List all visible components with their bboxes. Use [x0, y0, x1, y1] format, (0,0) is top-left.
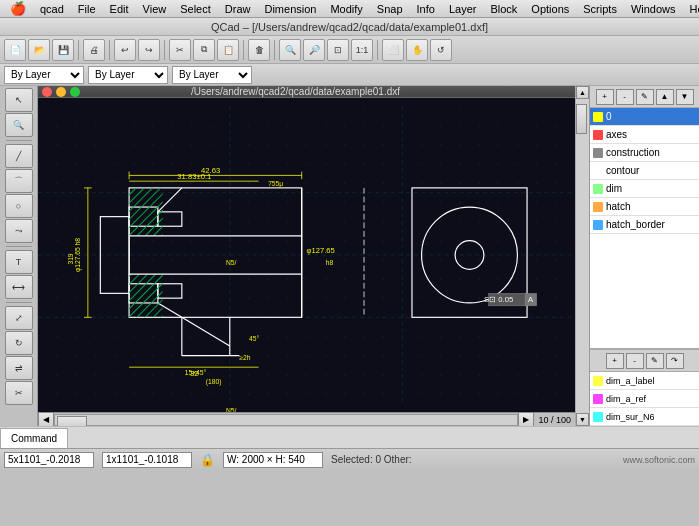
command-tab[interactable]: Command [0, 428, 68, 448]
menu-edit[interactable]: Edit [104, 3, 135, 15]
layer-color-dim-a-label [593, 376, 603, 386]
left-tool-panel: ↖ 🔍 ╱ ⌒ ○ ⤳ T ⟷ ⤢ ↻ ⇌ ✂ [0, 86, 38, 426]
minimize-button[interactable] [56, 87, 66, 97]
circle-tool[interactable]: ○ [5, 194, 33, 218]
menu-scripts[interactable]: Scripts [577, 3, 623, 15]
layer-list-top: 0 axes construction contour dim hatch [590, 108, 699, 348]
rotate-tool[interactable]: ↻ [5, 331, 33, 355]
layer-up-button[interactable]: ▲ [656, 89, 674, 105]
layer-item-dim[interactable]: dim [590, 180, 699, 198]
menu-modify[interactable]: Modify [324, 3, 368, 15]
layer-row: By Layer By Layer By Layer [0, 64, 699, 86]
layer-item-contour[interactable]: contour [590, 162, 699, 180]
scroll-up-button[interactable]: ▲ [576, 86, 589, 99]
layer-item-construction[interactable]: construction [590, 144, 699, 162]
apple-menu[interactable]: 🍎 [4, 1, 32, 16]
drawing-canvas-container[interactable]: /Users/andrew/qcad2/qcad/data/example01.… [38, 86, 575, 426]
menu-file[interactable]: File [72, 3, 102, 15]
layer-delete-button[interactable]: - [616, 89, 634, 105]
layer-toolbar-bottom: + - ✎ ↷ [590, 350, 699, 372]
select-tool[interactable]: ↖ [5, 88, 33, 112]
menu-layer[interactable]: Layer [443, 3, 483, 15]
layer-edit-button[interactable]: ✎ [636, 89, 654, 105]
arc-tool[interactable]: ⌒ [5, 169, 33, 193]
zoom-fit-button[interactable]: ⊡ [327, 39, 349, 61]
layer-name-dim-a-ref: dim_a_ref [606, 394, 646, 404]
layer-item-dim-sur-n6[interactable]: dim_sur_N6 [590, 408, 699, 426]
layer-item-hatch[interactable]: hatch [590, 198, 699, 216]
scroll-down-button[interactable]: ▼ [576, 413, 589, 426]
menu-draw[interactable]: Draw [219, 3, 257, 15]
coord-y-field[interactable] [102, 452, 192, 468]
line-tool[interactable]: ╱ [5, 144, 33, 168]
svg-text:0.05: 0.05 [498, 295, 513, 304]
zoom-1-button[interactable]: 1:1 [351, 39, 373, 61]
linewidth-select[interactable]: By Layer [172, 66, 252, 84]
zoom-pan-tool[interactable]: 🔍 [5, 113, 33, 137]
menu-info[interactable]: Info [411, 3, 441, 15]
menu-snap[interactable]: Snap [371, 3, 409, 15]
dim-tool[interactable]: ⟷ [5, 275, 33, 299]
layer-item-dim-a-ref[interactable]: dim_a_ref [590, 390, 699, 408]
new-button[interactable]: 📄 [4, 39, 26, 61]
save-button[interactable]: 💾 [52, 39, 74, 61]
zoom-out-button[interactable]: 🔎 [303, 39, 325, 61]
layer-item-hatch-border[interactable]: hatch_border [590, 216, 699, 234]
menu-options[interactable]: Options [525, 3, 575, 15]
move-tool[interactable]: ⤢ [5, 306, 33, 330]
menu-dimension[interactable]: Dimension [258, 3, 322, 15]
polyline-tool[interactable]: ⤳ [5, 219, 33, 243]
copy-button[interactable]: ⧉ [193, 39, 215, 61]
layer-item-axes[interactable]: axes [590, 126, 699, 144]
v-scroll-thumb[interactable] [576, 104, 587, 134]
menu-windows[interactable]: Windows [625, 3, 682, 15]
toolbar-sep2 [109, 40, 110, 60]
left-sep3 [6, 302, 32, 303]
paste-button[interactable]: 📋 [217, 39, 239, 61]
coord-x-field[interactable] [4, 452, 94, 468]
maximize-button[interactable] [70, 87, 80, 97]
block-edit-button[interactable]: ✎ [646, 353, 664, 369]
close-button[interactable] [42, 87, 52, 97]
menu-help[interactable]: Help [684, 3, 699, 15]
block-delete-button[interactable]: - [626, 353, 644, 369]
menu-view[interactable]: View [137, 3, 173, 15]
redraw-button[interactable]: ↺ [430, 39, 452, 61]
scroll-right-button[interactable]: ▶ [518, 412, 534, 427]
layer-item-0[interactable]: 0 [590, 108, 699, 126]
zoom-window-button[interactable]: ⬜ [382, 39, 404, 61]
layer-down-button[interactable]: ▼ [676, 89, 694, 105]
zoom-in-button[interactable]: 🔍 [279, 39, 301, 61]
menu-block[interactable]: Block [484, 3, 523, 15]
block-arrow-button[interactable]: ↷ [666, 353, 684, 369]
v-scroll-track[interactable] [576, 99, 589, 413]
layer-item-dim-a-label[interactable]: dim_a_label [590, 372, 699, 390]
cut-button[interactable]: ✂ [169, 39, 191, 61]
open-button[interactable]: 📂 [28, 39, 50, 61]
undo-button[interactable]: ↩ [114, 39, 136, 61]
layer-add-button[interactable]: + [596, 89, 614, 105]
drawing-svg[interactable]: 42.63 31.83±0.1 φ127.65 h8 φ127.65 h8 A … [38, 98, 575, 412]
app-titlebar: QCad – [/Users/andrew/qcad2/qcad/data/ex… [0, 18, 699, 36]
v-scrollbar[interactable]: ▲ ▼ [575, 86, 589, 426]
svg-text:φ127.65 h8: φ127.65 h8 [74, 238, 82, 272]
h-scroll-track[interactable] [54, 414, 518, 426]
h-scrollbar[interactable]: ◀ ▶ 10 / 100 [38, 412, 575, 426]
right-panel: + - ✎ ▲ ▼ 0 axes construction contour [589, 86, 699, 426]
layer-color-dim [593, 184, 603, 194]
block-add-button[interactable]: + [606, 353, 624, 369]
color-select[interactable]: By Layer [4, 66, 84, 84]
menu-select[interactable]: Select [174, 3, 217, 15]
print-button[interactable]: 🖨 [83, 39, 105, 61]
trim-tool[interactable]: ✂ [5, 381, 33, 405]
pan-button[interactable]: ✋ [406, 39, 428, 61]
text-tool[interactable]: T [5, 250, 33, 274]
delete-button[interactable]: 🗑 [248, 39, 270, 61]
mirror-tool[interactable]: ⇌ [5, 356, 33, 380]
redo-button[interactable]: ↪ [138, 39, 160, 61]
linetype-select[interactable]: By Layer [88, 66, 168, 84]
size-field[interactable] [223, 452, 323, 468]
h-scroll-thumb[interactable] [57, 416, 87, 427]
menu-qcad[interactable]: qcad [34, 3, 70, 15]
scroll-left-button[interactable]: ◀ [38, 412, 54, 427]
